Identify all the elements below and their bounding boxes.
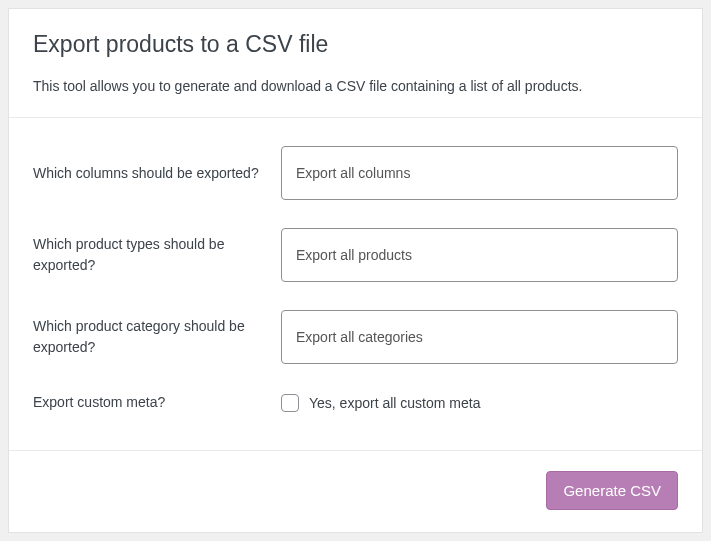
product-category-select[interactable]: Export all categories (281, 310, 678, 364)
product-types-select[interactable]: Export all products (281, 228, 678, 282)
export-panel: Export products to a CSV file This tool … (8, 8, 703, 533)
field-row-columns: Which columns should be exported? Export… (33, 132, 678, 214)
custom-meta-label: Export custom meta? (33, 392, 281, 413)
product-category-placeholder: Export all categories (296, 329, 423, 345)
custom-meta-checkbox-label[interactable]: Yes, export all custom meta (309, 395, 480, 411)
product-category-control: Export all categories (281, 310, 678, 364)
field-row-custom-meta: Export custom meta? Yes, export all cust… (33, 378, 678, 427)
field-row-product-category: Which product category should be exporte… (33, 296, 678, 378)
columns-select[interactable]: Export all columns (281, 146, 678, 200)
product-types-placeholder: Export all products (296, 247, 412, 263)
page-description: This tool allows you to generate and dow… (33, 76, 678, 97)
product-types-label: Which product types should be exported? (33, 234, 281, 276)
columns-label: Which columns should be exported? (33, 163, 281, 184)
field-row-product-types: Which product types should be exported? … (33, 214, 678, 296)
columns-control: Export all columns (281, 146, 678, 200)
product-category-label: Which product category should be exporte… (33, 316, 281, 358)
footer-section: Generate CSV (9, 450, 702, 532)
custom-meta-checkbox-row: Yes, export all custom meta (281, 394, 678, 412)
fields-section: Which columns should be exported? Export… (9, 118, 702, 450)
product-types-control: Export all products (281, 228, 678, 282)
generate-csv-button[interactable]: Generate CSV (546, 471, 678, 510)
page-title: Export products to a CSV file (33, 31, 678, 58)
columns-placeholder: Export all columns (296, 165, 410, 181)
header-section: Export products to a CSV file This tool … (9, 9, 702, 118)
custom-meta-control: Yes, export all custom meta (281, 394, 678, 412)
custom-meta-checkbox[interactable] (281, 394, 299, 412)
